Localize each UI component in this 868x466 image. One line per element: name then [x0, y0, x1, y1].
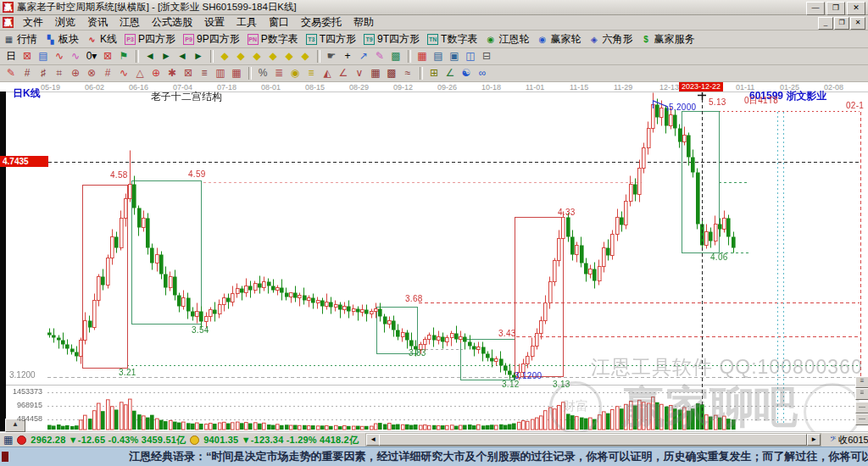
- toolbar-button-板块[interactable]: ▚板块: [45, 32, 79, 47]
- flag-icon[interactable]: ⚑: [116, 49, 131, 64]
- vee-icon[interactable]: ∨: [352, 66, 367, 80]
- scrollbar-thumb[interactable]: [379, 434, 807, 446]
- gann-diamond-6-icon[interactable]: ◆: [298, 49, 313, 64]
- mdi-restore-button[interactable]: ❐: [834, 17, 849, 30]
- retrace-icon[interactable]: ≣: [271, 66, 287, 80]
- toolbar-button-9T四方形[interactable]: T99T四方形: [364, 32, 420, 47]
- next-bar-icon[interactable]: ►: [191, 49, 206, 64]
- scroll-right-arrow[interactable]: ►: [807, 434, 821, 446]
- toolbar-button-行情[interactable]: ▦行情: [3, 32, 37, 47]
- gold-circle-icon[interactable]: ◉: [287, 66, 303, 80]
- pane-splitter-button-2[interactable]: —: [855, 402, 868, 413]
- date-axis[interactable]: 05-1906-0206-1607-0407-1808-0108-1508-29…: [0, 82, 868, 92]
- title-bar[interactable]: 赢 赢家老子时空周期系统[纵横版] - [浙文影业 SH601599-184日K…: [0, 0, 868, 15]
- grid-box-icon[interactable]: ▦: [229, 66, 244, 80]
- menu-item-2[interactable]: 资讯: [81, 14, 114, 31]
- percent-icon[interactable]: %: [255, 66, 270, 80]
- calculator-icon[interactable]: ▤: [431, 49, 446, 64]
- info-doc-icon[interactable]: ▤: [36, 49, 51, 64]
- gold-levels-icon[interactable]: ≡: [303, 66, 319, 80]
- group-box-icon[interactable]: ▩: [388, 49, 403, 64]
- trend-angle-icon[interactable]: ∠: [336, 66, 351, 80]
- k-angle-icon[interactable]: ∠: [442, 66, 458, 80]
- hand-drag-icon[interactable]: ☛: [324, 49, 339, 64]
- zero-dropdown[interactable]: 0▾: [84, 49, 99, 64]
- toolbar-button-六角形[interactable]: ◈六角形: [588, 32, 632, 47]
- truck-icon[interactable]: ⊟: [479, 49, 494, 64]
- quote-table-icon[interactable]: ▦: [3, 434, 13, 446]
- menu-item-5[interactable]: 设置: [198, 14, 231, 31]
- minimize-button[interactable]: —: [806, 2, 825, 15]
- gann-diamond-2-icon[interactable]: ◆: [233, 49, 248, 64]
- taiji-icon[interactable]: ☯: [459, 66, 474, 80]
- kline-chart-canvas[interactable]: [0, 82, 868, 432]
- toolbar-button-赢家服务[interactable]: $赢家服务: [640, 32, 694, 47]
- mdi-close-button[interactable]: ✕: [850, 17, 865, 30]
- close-button[interactable]: ✕: [847, 2, 865, 15]
- last-bar-icon[interactable]: ►: [159, 49, 174, 64]
- toolbar-button-江恩轮[interactable]: ◉江恩轮: [485, 32, 529, 47]
- kline-red-icon[interactable]: ∿: [52, 49, 67, 64]
- gann-diamond-3-icon[interactable]: ◆: [249, 49, 264, 64]
- crosshair-icon[interactable]: +: [340, 49, 355, 64]
- chart-cross-icon[interactable]: ⊠: [19, 49, 35, 64]
- dense-net-icon[interactable]: ▩: [384, 66, 399, 80]
- hash-grid-icon[interactable]: ⌗: [52, 66, 67, 80]
- circle-plus-icon[interactable]: ⊕: [68, 66, 83, 80]
- menu-item-1[interactable]: 浏览: [49, 14, 81, 31]
- toolbar-button-9P四方形[interactable]: P99P四方形: [183, 32, 240, 47]
- toolbar-label: 六角形: [602, 32, 632, 47]
- burst-icon[interactable]: ✱: [164, 66, 180, 80]
- box-x-icon[interactable]: ⊠: [181, 66, 196, 80]
- toolbar-button-P四方形[interactable]: P3P四方形: [125, 32, 175, 47]
- scroll-left-arrow[interactable]: ◄: [366, 434, 380, 446]
- pane-splitter-button-3[interactable]: —: [855, 413, 868, 425]
- horizontal-scrollbar[interactable]: ◄ ►: [365, 433, 821, 447]
- triangle-tool-icon[interactable]: △: [132, 66, 147, 80]
- first-bar-icon[interactable]: ◄: [142, 49, 158, 64]
- circle-star-icon[interactable]: ⊗: [84, 66, 99, 80]
- pencil-pink-icon[interactable]: ✎: [372, 49, 387, 64]
- toolbar-button-赢家轮[interactable]: ◉赢家轮: [537, 32, 581, 47]
- notebook-icon[interactable]: ▣: [447, 49, 462, 64]
- field-grid-icon[interactable]: ⊞: [426, 66, 442, 80]
- menu-item-9[interactable]: 帮助: [348, 14, 380, 31]
- maximize-button[interactable]: ❐: [826, 2, 845, 15]
- gann-diamond-5-icon[interactable]: ◆: [281, 49, 297, 64]
- levels-icon[interactable]: ≡: [197, 66, 212, 80]
- gann-diamond-1-icon[interactable]: ◆: [217, 49, 232, 64]
- pane-splitter-button-1[interactable]: ≡: [855, 388, 868, 400]
- calendar-icon[interactable]: ▦: [415, 49, 430, 64]
- net-icon[interactable]: ▦: [368, 66, 383, 80]
- draw-pencil-icon[interactable]: ✎: [3, 66, 19, 80]
- wave-tool-icon[interactable]: ∿: [116, 66, 131, 80]
- target-icon[interactable]: ⊕: [148, 66, 164, 80]
- pane-splitter-button-0[interactable]: ≡: [855, 376, 868, 388]
- gann-diamond-4-icon[interactable]: ◆: [265, 49, 281, 64]
- toolbar-button-T四方形[interactable]: T3T四方形: [306, 32, 356, 47]
- angle-sharp-icon[interactable]: ♯: [36, 66, 51, 80]
- menu-item-3[interactable]: 江恩: [114, 14, 146, 31]
- speed-angle-icon[interactable]: ◭: [320, 66, 335, 80]
- prev-bar-icon[interactable]: ◄: [175, 49, 190, 64]
- pointer-icon[interactable]: ↗: [356, 49, 371, 64]
- period-day-dropdown[interactable]: 日▾: [3, 49, 19, 64]
- kline-pink-icon[interactable]: ∿: [68, 49, 83, 64]
- toolbar-button-P数字表[interactable]: PNP数字表: [248, 32, 298, 47]
- fan-lines-icon[interactable]: #: [100, 66, 115, 80]
- toolbar-button-T数字表[interactable]: TNT数字表: [427, 32, 477, 47]
- menu-item-4[interactable]: 公式选股: [146, 14, 198, 31]
- infinity-icon[interactable]: ∞: [475, 66, 490, 80]
- menu-item-0[interactable]: 文件: [17, 14, 49, 31]
- tick-panel-label[interactable]: 收601599分笔: [838, 434, 868, 447]
- mdi-minimize-button[interactable]: _: [818, 17, 833, 30]
- menu-item-7[interactable]: 窗口: [263, 14, 295, 31]
- menu-item-8[interactable]: 交易委托: [295, 14, 348, 31]
- toolbar-button-K线[interactable]: ∿K线: [86, 32, 117, 47]
- kline-del-icon[interactable]: ⊠: [100, 49, 115, 64]
- grid-lines-icon[interactable]: #: [19, 66, 35, 80]
- panel-icon[interactable]: ▥: [213, 66, 228, 80]
- save-icon[interactable]: ◫: [463, 49, 478, 64]
- menu-item-6[interactable]: 工具: [231, 14, 263, 31]
- waves-icon[interactable]: ≈: [400, 66, 415, 80]
